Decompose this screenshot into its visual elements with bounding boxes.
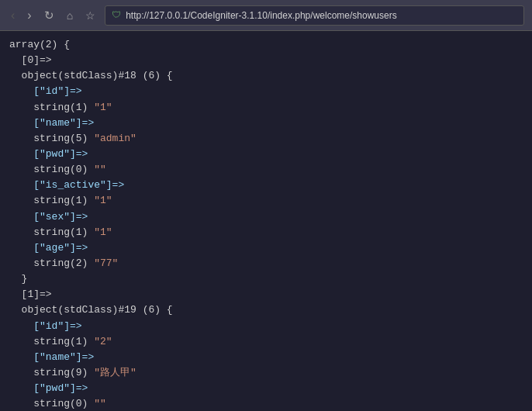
code-line: ["id"]=>	[9, 84, 523, 99]
label-token: object(stdClass)#19 (6) {	[9, 304, 173, 316]
label-token: string(0)	[9, 398, 94, 409]
bracket-token: }	[9, 273, 27, 285]
key-token: ["is_active"]=>	[9, 179, 124, 191]
code-line: ["name"]=>	[9, 350, 523, 365]
code-line: string(5) "admin"	[9, 131, 523, 147]
string-token: "2"	[94, 336, 112, 347]
key-token: ["id"]=>	[9, 320, 82, 332]
key-token: ["age"]=>	[9, 242, 88, 254]
forward-button[interactable]: ›	[24, 8, 34, 23]
security-icon: 🛡	[112, 9, 121, 21]
label-token: string(5)	[9, 133, 94, 144]
code-line: string(0) ""	[9, 162, 523, 178]
key-token: ["sex"]=>	[9, 211, 88, 223]
url-text: http://127.0.0.1/CodeIgniter-3.1.10/inde…	[126, 10, 397, 21]
string-token: "77"	[94, 257, 118, 269]
label-token: string(1)	[9, 226, 94, 238]
string-token: "路人甲"	[94, 367, 136, 378]
key-token: ["name"]=>	[9, 117, 94, 129]
key-token: ["pwd"]=>	[9, 382, 88, 394]
code-line: object(stdClass)#18 (6) {	[9, 68, 523, 84]
code-line: string(1) "1"	[9, 225, 523, 240]
code-line: [1]=>	[9, 287, 523, 302]
code-line: ["sex"]=>	[9, 209, 523, 225]
key-token: ["id"]=>	[9, 85, 82, 97]
label-token: [1]=>	[9, 288, 52, 300]
label-token: object(stdClass)#18 (6) {	[9, 70, 173, 81]
key-token: ["name"]=>	[9, 351, 94, 363]
address-bar[interactable]: 🛡 http://127.0.0.1/CodeIgniter-3.1.10/in…	[105, 5, 524, 26]
key-token: ["pwd"]=>	[9, 148, 88, 160]
browser-toolbar: ‹ › ↻ ⌂ ☆ 🛡 http://127.0.0.1/CodeIgniter…	[0, 0, 532, 31]
code-line: }	[9, 271, 523, 287]
code-line: [0]=>	[9, 53, 523, 68]
code-line: ["is_active"]=>	[9, 178, 523, 193]
page-content: array(2) { [0]=> object(stdClass)#18 (6)…	[0, 31, 532, 411]
label-token: string(1)	[9, 336, 94, 347]
string-token: ""	[94, 164, 106, 175]
code-line: string(1) "1"	[9, 193, 523, 209]
reload-button[interactable]: ↻	[41, 7, 57, 24]
label-token: string(1)	[9, 102, 94, 113]
label-token: string(1)	[9, 195, 94, 206]
code-line: ["pwd"]=>	[9, 381, 523, 396]
string-token: "1"	[94, 195, 112, 206]
label-token: string(9)	[9, 367, 94, 378]
code-line: string(9) "路人甲"	[9, 365, 523, 381]
label-token: string(2)	[9, 257, 94, 269]
code-line: array(2) {	[9, 37, 523, 53]
code-line: string(2) "77"	[9, 256, 523, 271]
bracket-token: array(2) {	[9, 39, 70, 50]
code-line: string(1) "1"	[9, 100, 523, 116]
code-line: string(0) ""	[9, 396, 523, 411]
string-token: ""	[94, 398, 106, 409]
code-line: object(stdClass)#19 (6) {	[9, 302, 523, 318]
back-button[interactable]: ‹	[8, 8, 18, 23]
string-token: "1"	[94, 102, 112, 113]
label-token: [0]=>	[9, 54, 52, 66]
code-line: ["pwd"]=>	[9, 147, 523, 162]
code-line: string(1) "2"	[9, 334, 523, 350]
bookmark-button[interactable]: ☆	[82, 8, 98, 23]
code-line: ["id"]=>	[9, 319, 523, 334]
home-button[interactable]: ⌂	[64, 8, 76, 23]
code-line: ["name"]=>	[9, 116, 523, 131]
code-line: ["age"]=>	[9, 240, 523, 256]
string-token: "admin"	[94, 133, 136, 144]
string-token: "1"	[94, 226, 112, 238]
label-token: string(0)	[9, 164, 94, 175]
